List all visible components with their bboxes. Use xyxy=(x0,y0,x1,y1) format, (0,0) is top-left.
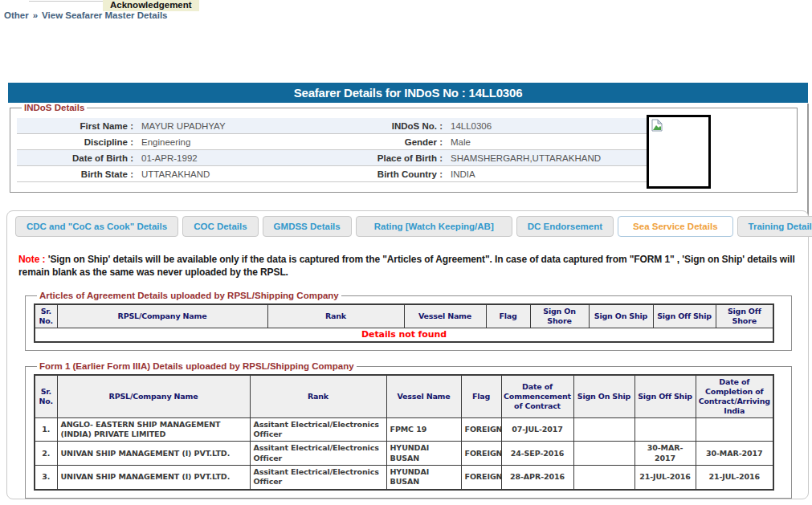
cell-completion: 30-MAR-2017 xyxy=(696,442,773,466)
cell-sign-off-ship xyxy=(635,417,696,442)
cell-sign-off-ship: 30-MAR-2017 xyxy=(635,442,696,466)
indos-row: Discipline : Engineering Gender : Male xyxy=(17,134,651,150)
field-value-place-of-birth: SHAMSHERGARH,UTTARAKHAND xyxy=(447,150,651,166)
broken-image-icon xyxy=(651,119,663,132)
tab-cdc-coc-as-cook-details[interactable]: CDC and "CoC as Cook" Details xyxy=(15,216,178,237)
col-vessel-name: Vessel Name xyxy=(386,375,461,417)
tab-gmdss-details[interactable]: GMDSS Details xyxy=(263,216,352,237)
field-value-date-of-birth: 01-APR-1992 xyxy=(137,150,362,166)
col-sign-off-ship: Sign Off Ship xyxy=(653,304,716,328)
cell-vessel: HYUNDAI BUSAN xyxy=(386,442,461,466)
table-row: 3. UNIVAN SHIP MANAGEMENT (I) PVT.LTD. A… xyxy=(35,466,773,490)
menu-bar-divider xyxy=(29,1,103,2)
indos-details-legend: INDoS Details xyxy=(22,103,87,112)
col-sign-off-shore: Sign Off Shore xyxy=(716,304,773,328)
field-value-birth-state: UTTARAKHAND xyxy=(137,166,362,182)
indos-row: Date of Birth : 01-APR-1992 Place of Bir… xyxy=(17,150,651,166)
breadcrumb-current: View Seafarer Master Details xyxy=(42,10,167,20)
cell-company: UNIVAN SHIP MANAGEMENT (I) PVT.LTD. xyxy=(57,466,250,490)
table-header-row: Sr. No. RPSL/Company Name Rank Vessel Na… xyxy=(35,375,773,417)
table-row: Details not found xyxy=(35,328,773,342)
col-sign-off-ship: Sign Off Ship xyxy=(635,375,696,417)
table-row: 1. ANGLO- EASTERN SHIP MANAGEMENT (INDIA… xyxy=(35,417,773,442)
field-label-first-name: First Name : xyxy=(17,118,137,134)
col-rpsl-company-name: RPSL/Company Name xyxy=(57,304,267,328)
field-label-birth-country: Birth Country : xyxy=(362,166,447,182)
cell-rank: Assitant Electrical/Electronics Officer xyxy=(250,466,386,490)
field-label-date-of-birth: Date of Birth : xyxy=(17,150,137,166)
seafarer-tabs-panel: CDC and "CoC as Cook" Details COC Detail… xyxy=(6,210,809,499)
details-not-found-message: Details not found xyxy=(35,328,773,342)
cell-company: UNIVAN SHIP MANAGEMENT (I) PVT.LTD. xyxy=(57,442,250,466)
col-date-of-completion: Date of Completion of Contract/Arriving … xyxy=(696,375,773,417)
indos-details-grid: First Name : MAYUR UPADHYAY INDoS No. : … xyxy=(17,118,651,182)
tab-training-details[interactable]: Training Details xyxy=(737,216,812,237)
cell-flag: FOREIGN xyxy=(461,442,501,466)
form1-legend: Form 1 (Earlier Form IIIA) Details uploa… xyxy=(37,361,357,371)
cell-rank: Assitant Electrical/Electronics Officer xyxy=(250,417,386,442)
cell-vessel: HYUNDAI BUSAN xyxy=(386,466,461,490)
cell-sr-no: 3. xyxy=(35,466,57,490)
articles-legend: Articles of Agreement Details uploaded b… xyxy=(37,291,341,300)
articles-of-agreement-section: Articles of Agreement Details uploaded b… xyxy=(25,291,792,351)
articles-table: Sr. No. RPSL/Company Name Rank Vessel Na… xyxy=(34,303,774,343)
col-sign-on-ship: Sign On Ship xyxy=(573,375,635,417)
seafarer-photo xyxy=(647,115,711,189)
cell-sr-no: 2. xyxy=(35,442,57,466)
table-row: 2. UNIVAN SHIP MANAGEMENT (I) PVT.LTD. A… xyxy=(35,442,773,466)
field-label-discipline: Discipline : xyxy=(17,134,137,150)
col-date-of-commencement: Date of Commencement of Contract xyxy=(501,375,573,417)
col-flag: Flag xyxy=(461,375,501,417)
breadcrumb-root[interactable]: Other xyxy=(4,10,29,20)
col-sr-no: Sr. No. xyxy=(35,304,57,328)
field-value-indos-no: 14LL0306 xyxy=(447,118,651,134)
tab-sea-service-details[interactable]: Sea Service Details xyxy=(618,216,733,237)
indos-row: Birth State : UTTARAKHAND Birth Country … xyxy=(17,166,651,182)
col-sign-on-shore: Sign On Shore xyxy=(530,304,589,328)
field-label-birth-state: Birth State : xyxy=(17,166,137,182)
cell-vessel: FPMC 19 xyxy=(386,417,461,442)
col-sign-on-ship: Sign On Ship xyxy=(589,304,653,328)
note-text: 'Sign on Ship' details will be available… xyxy=(18,254,795,278)
col-rank: Rank xyxy=(267,304,404,328)
field-value-gender: Male xyxy=(447,134,651,150)
cell-sign-off-ship: 21-JUL-2016 xyxy=(635,466,696,490)
sign-on-ship-note: Note : 'Sign on Ship' details will be av… xyxy=(18,254,800,279)
tab-rating-watch-keeping-ab[interactable]: Rating [Watch Keeping/AB] xyxy=(356,216,512,237)
tab-dc-endorsement[interactable]: DC Endorsement xyxy=(516,216,614,237)
col-rpsl-company-name: RPSL/Company Name xyxy=(57,375,250,417)
cell-company: ANGLO- EASTERN SHIP MANAGEMENT (INDIA) P… xyxy=(57,417,250,442)
breadcrumb-separator: » xyxy=(33,10,38,20)
cell-sign-on-ship xyxy=(573,417,635,442)
col-rank: Rank xyxy=(250,375,386,417)
cell-flag: FOREIGN xyxy=(461,466,501,490)
cell-sr-no: 1. xyxy=(35,417,57,442)
menu-item-acknowledgement[interactable]: Acknowledgement xyxy=(103,0,199,11)
cell-commencement: 24-SEP-2016 xyxy=(501,442,573,466)
cell-commencement: 07-JUL-2017 xyxy=(501,417,573,442)
cell-rank: Assitant Electrical/Electronics Officer xyxy=(250,442,386,466)
cell-commencement: 28-APR-2016 xyxy=(501,466,573,490)
tab-coc-details[interactable]: COC Details xyxy=(182,216,258,237)
cell-completion: 21-JUL-2016 xyxy=(696,466,773,490)
field-label-gender: Gender : xyxy=(362,134,447,150)
form1-table: Sr. No. RPSL/Company Name Rank Vessel Na… xyxy=(34,374,774,491)
col-vessel-name: Vessel Name xyxy=(404,304,486,328)
col-flag: Flag xyxy=(486,304,530,328)
tab-bar: CDC and "CoC as Cook" Details COC Detail… xyxy=(15,216,802,237)
cell-completion xyxy=(696,417,773,442)
cell-sign-on-ship xyxy=(573,442,635,466)
indos-row: First Name : MAYUR UPADHYAY INDoS No. : … xyxy=(17,118,651,134)
form1-section: Form 1 (Earlier Form IIIA) Details uploa… xyxy=(25,361,792,499)
col-sr-no: Sr. No. xyxy=(35,375,57,417)
page-title: Seafarer Details for INDoS No : 14LL0306 xyxy=(8,83,808,103)
field-value-first-name: MAYUR UPADHYAY xyxy=(137,118,362,134)
field-value-birth-country: INDIA xyxy=(447,166,651,182)
table-header-row: Sr. No. RPSL/Company Name Rank Vessel Na… xyxy=(35,304,773,328)
note-prefix: Note : xyxy=(18,254,45,265)
breadcrumb: Other»View Seafarer Master Details xyxy=(4,10,167,20)
field-label-indos-no: INDoS No. : xyxy=(362,118,447,134)
cell-flag: FOREIGN xyxy=(461,417,501,442)
field-label-place-of-birth: Place of Birth : xyxy=(362,150,447,166)
field-value-discipline: Engineering xyxy=(137,134,362,150)
